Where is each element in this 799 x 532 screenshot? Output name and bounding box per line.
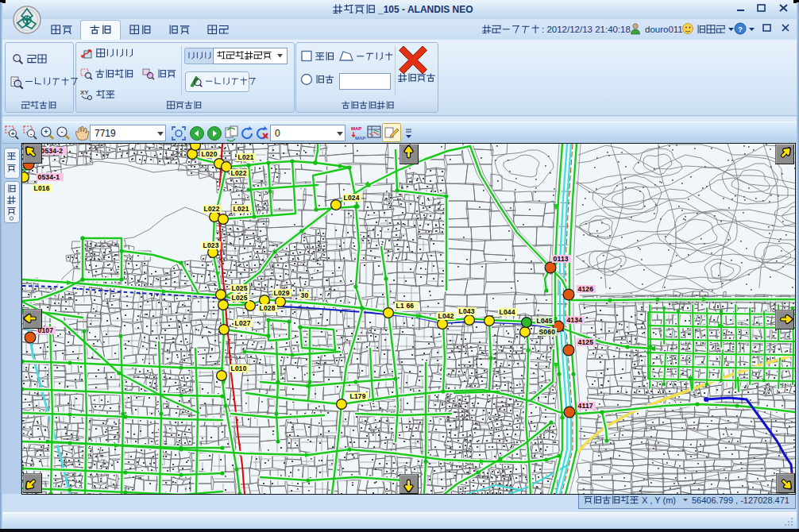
svg-text:L043: L043	[459, 307, 475, 315]
svg-text:0534-1: 0534-1	[38, 173, 60, 181]
svg-text:4134: 4134	[567, 316, 583, 324]
svg-text:L045: L045	[537, 317, 553, 325]
svg-text:S060: S060	[539, 328, 556, 336]
svg-text:4126: 4126	[578, 285, 594, 293]
svg-text:L042: L042	[438, 312, 454, 320]
svg-text:L021: L021	[234, 205, 249, 213]
svg-text:L029: L029	[274, 289, 290, 297]
svg-text:L023: L023	[203, 241, 219, 249]
svg-text:L028: L028	[260, 304, 276, 312]
svg-text:30: 30	[301, 291, 309, 299]
svg-text:L022: L022	[231, 169, 247, 177]
svg-text:L027: L027	[235, 319, 251, 327]
svg-text:L024: L024	[344, 194, 360, 202]
svg-text:4117: 4117	[578, 402, 593, 410]
svg-text:L025: L025	[232, 284, 248, 292]
svg-text:L025: L025	[232, 294, 248, 302]
svg-text:L016: L016	[34, 184, 50, 192]
svg-text:L021: L021	[238, 153, 254, 161]
svg-text:L010: L010	[231, 364, 247, 372]
svg-text:4125: 4125	[578, 338, 594, 346]
svg-text:L1 66: L1 66	[396, 302, 415, 310]
svg-text:L020: L020	[202, 150, 218, 158]
svg-text:L022: L022	[204, 205, 220, 213]
svg-text:0534-2: 0534-2	[41, 147, 64, 155]
svg-text:L179: L179	[350, 392, 366, 400]
svg-text:L044: L044	[500, 308, 515, 316]
svg-text:0113: 0113	[554, 255, 569, 263]
